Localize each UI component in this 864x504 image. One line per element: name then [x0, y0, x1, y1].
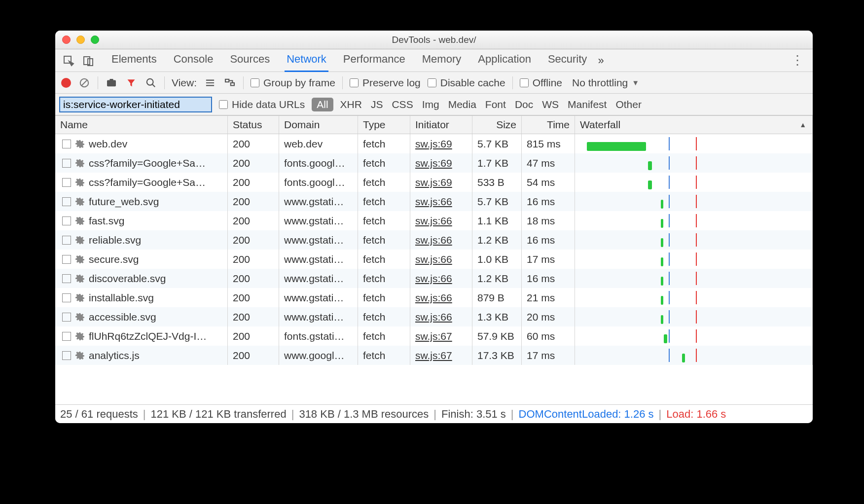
more-tabs-icon[interactable]: » — [598, 54, 604, 67]
filter-type-js[interactable]: JS — [371, 99, 383, 110]
filter-type-css[interactable]: CSS — [392, 99, 413, 110]
table-row[interactable]: fast.svg200www.gstati…fetchsw.js:661.1 K… — [55, 211, 813, 230]
offline-checkbox[interactable]: Offline — [520, 77, 562, 89]
table-row[interactable]: installable.svg200www.gstati…fetchsw.js:… — [55, 288, 813, 307]
tab-security[interactable]: Security — [546, 49, 589, 72]
clear-button[interactable] — [78, 76, 91, 89]
row-status: 200 — [228, 173, 279, 192]
filter-type-manifest[interactable]: Manifest — [568, 99, 607, 110]
capture-screenshots-icon[interactable] — [105, 76, 118, 89]
row-time: 16 ms — [522, 192, 575, 211]
filter-input[interactable] — [59, 97, 212, 112]
tab-sources[interactable]: Sources — [228, 49, 272, 72]
gear-icon — [75, 139, 85, 149]
table-row[interactable]: web.dev200web.devfetchsw.js:695.7 KB815 … — [55, 134, 813, 153]
row-initiator-link[interactable]: sw.js:66 — [415, 253, 452, 265]
table-row[interactable]: flUhRq6tzZclQEJ-Vdg-I…200fonts.gstati…fe… — [55, 326, 813, 346]
tab-application[interactable]: Application — [476, 49, 533, 72]
row-checkbox[interactable] — [62, 197, 71, 206]
row-checkbox[interactable] — [62, 236, 71, 245]
view-label: View: — [172, 77, 197, 89]
col-type[interactable]: Type — [358, 116, 410, 134]
table-row[interactable]: analytics.js200www.googl…fetchsw.js:6717… — [55, 346, 813, 365]
row-checkbox[interactable] — [62, 293, 71, 302]
gear-icon — [75, 178, 85, 187]
row-initiator-link[interactable]: sw.js:66 — [415, 311, 452, 323]
throttling-select[interactable]: No throttling ▼ — [572, 77, 639, 89]
group-by-frame-checkbox[interactable]: Group by frame — [251, 77, 335, 89]
col-domain[interactable]: Domain — [279, 116, 358, 134]
col-time[interactable]: Time — [522, 116, 575, 134]
row-initiator-link[interactable]: sw.js:67 — [415, 350, 452, 361]
table-row[interactable]: future_web.svg200www.gstati…fetchsw.js:6… — [55, 192, 813, 211]
device-mode-icon[interactable] — [80, 52, 97, 69]
col-name[interactable]: Name — [55, 116, 228, 134]
tab-elements[interactable]: Elements — [109, 49, 159, 72]
status-transferred: 121 KB / 121 KB transferred — [151, 408, 287, 421]
row-initiator-link[interactable]: sw.js:66 — [415, 215, 452, 227]
window-titlebar: DevTools - web.dev/ — [55, 31, 813, 49]
filter-type-ws[interactable]: WS — [542, 99, 559, 110]
table-row[interactable]: secure.svg200www.gstati…fetchsw.js:661.0… — [55, 250, 813, 269]
row-name: discoverable.svg — [89, 273, 166, 285]
row-initiator-link[interactable]: sw.js:66 — [415, 196, 452, 208]
row-checkbox[interactable] — [62, 216, 71, 225]
network-table-body[interactable]: web.dev200web.devfetchsw.js:695.7 KB815 … — [55, 134, 813, 404]
status-resources: 318 KB / 1.3 MB resources — [299, 408, 429, 421]
row-name: secure.svg — [89, 253, 139, 265]
row-initiator-link[interactable]: sw.js:69 — [415, 177, 452, 188]
row-checkbox[interactable] — [62, 178, 71, 187]
large-rows-icon[interactable] — [204, 76, 216, 89]
tab-network[interactable]: Network — [285, 49, 328, 72]
filter-type-media[interactable]: Media — [448, 99, 476, 110]
table-row[interactable]: accessible.svg200www.gstati…fetchsw.js:6… — [55, 307, 813, 326]
row-initiator-link[interactable]: sw.js:69 — [415, 138, 452, 150]
row-domain: www.gstati… — [279, 307, 358, 326]
filter-type-xhr[interactable]: XHR — [340, 99, 362, 110]
inspect-element-icon[interactable] — [60, 52, 77, 69]
table-row[interactable]: discoverable.svg200www.gstati…fetchsw.js… — [55, 269, 813, 288]
col-size[interactable]: Size — [472, 116, 522, 134]
col-status[interactable]: Status — [228, 116, 279, 134]
preserve-log-checkbox[interactable]: Preserve log — [350, 77, 421, 89]
window-title: DevTools - web.dev/ — [55, 35, 813, 45]
tab-performance[interactable]: Performance — [341, 49, 407, 72]
row-checkbox[interactable] — [62, 332, 71, 341]
table-row[interactable]: reliable.svg200www.gstati…fetchsw.js:661… — [55, 230, 813, 250]
hide-data-urls-checkbox[interactable]: Hide data URLs — [219, 99, 305, 110]
row-checkbox[interactable] — [62, 140, 71, 148]
table-row[interactable]: css?family=Google+Sa…200fonts.googl…fetc… — [55, 153, 813, 173]
overview-icon[interactable] — [223, 76, 236, 89]
filter-icon[interactable] — [125, 76, 138, 89]
row-type: fetch — [358, 326, 410, 346]
row-name: web.dev — [89, 138, 127, 150]
filter-type-other[interactable]: Other — [615, 99, 642, 110]
col-initiator[interactable]: Initiator — [410, 116, 472, 134]
tab-memory[interactable]: Memory — [420, 49, 463, 72]
row-waterfall — [580, 291, 807, 304]
row-initiator-link[interactable]: sw.js:66 — [415, 273, 452, 285]
row-checkbox[interactable] — [62, 351, 71, 360]
row-checkbox[interactable] — [62, 313, 71, 322]
svg-line-4 — [82, 80, 87, 85]
filter-type-img[interactable]: Img — [422, 99, 439, 110]
row-checkbox[interactable] — [62, 274, 71, 283]
row-checkbox[interactable] — [62, 159, 71, 168]
row-waterfall — [580, 156, 807, 170]
row-waterfall — [580, 233, 807, 247]
table-row[interactable]: css?family=Google+Sa…200fonts.googl…fetc… — [55, 173, 813, 192]
search-icon[interactable] — [144, 76, 157, 89]
filter-type-font[interactable]: Font — [485, 99, 506, 110]
filter-type-doc[interactable]: Doc — [515, 99, 533, 110]
col-waterfall[interactable]: Waterfall ▲ — [575, 116, 813, 134]
disable-cache-checkbox[interactable]: Disable cache — [428, 77, 505, 89]
tab-console[interactable]: Console — [172, 49, 216, 72]
row-checkbox[interactable] — [62, 255, 71, 264]
row-initiator-link[interactable]: sw.js:67 — [415, 330, 452, 342]
settings-menu-icon[interactable]: ⋮ — [791, 53, 804, 68]
row-initiator-link[interactable]: sw.js:66 — [415, 234, 452, 246]
row-initiator-link[interactable]: sw.js:69 — [415, 157, 452, 169]
row-initiator-link[interactable]: sw.js:66 — [415, 292, 452, 304]
record-button[interactable] — [61, 78, 71, 88]
filter-all[interactable]: All — [312, 98, 333, 111]
